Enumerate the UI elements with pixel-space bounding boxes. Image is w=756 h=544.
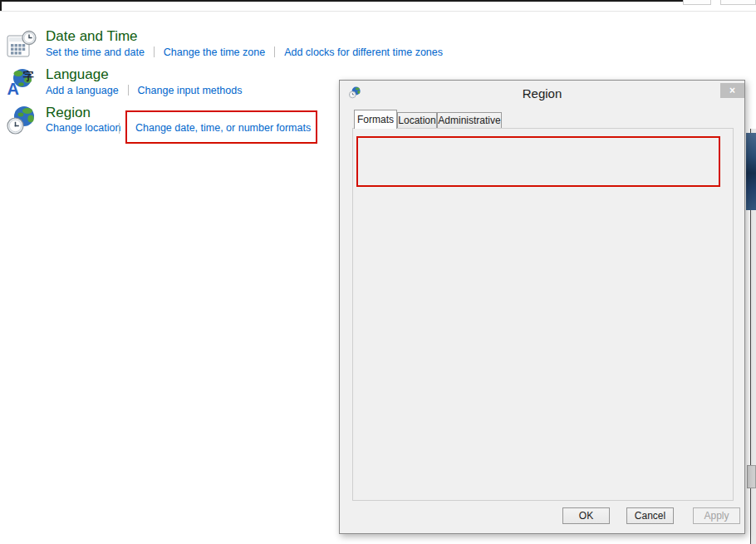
close-button[interactable]: ×: [720, 83, 744, 98]
tab-formats[interactable]: Formats: [354, 110, 397, 129]
link-add-clocks[interactable]: Add clocks for different time zones: [284, 47, 443, 58]
link-change-time-zone[interactable]: Change the time zone: [164, 47, 265, 58]
link-separator: [274, 47, 275, 57]
language-globe-icon: 字 A: [7, 67, 37, 97]
background-window-top-bar: [0, 0, 683, 2]
section-title-date-and-time[interactable]: Date and Time: [46, 28, 138, 45]
ok-button[interactable]: OK: [562, 507, 610, 524]
link-change-input-methods[interactable]: Change input methods: [138, 85, 243, 96]
link-change-location[interactable]: Change location: [46, 122, 120, 134]
link-separator: [119, 123, 120, 134]
tab-administrative[interactable]: Administrative: [437, 112, 502, 128]
formats-tab-page: [352, 128, 734, 501]
link-separator: [128, 85, 129, 96]
dialog-title: Region: [340, 86, 744, 100]
svg-text:A: A: [7, 80, 19, 97]
link-add-a-language[interactable]: Add a language: [46, 85, 119, 96]
background-window-fragment: [683, 0, 711, 5]
toolbar-divider: [0, 11, 756, 12]
background-window-fragment: [746, 133, 756, 210]
globe-clock-icon: [7, 105, 37, 135]
region-dialog: Region × Formats Location Administrative…: [339, 80, 745, 534]
language-task-links: Add a language Change input methods: [46, 84, 242, 96]
section-title-region[interactable]: Region: [46, 105, 91, 121]
apply-button[interactable]: Apply: [693, 507, 740, 524]
svg-text:字: 字: [23, 70, 34, 82]
tab-location[interactable]: Location: [397, 112, 437, 128]
background-window-left-edge: [0, 0, 2, 12]
link-set-time-and-date[interactable]: Set the time and date: [46, 47, 145, 58]
background-scrollbar-thumb[interactable]: [747, 465, 756, 488]
section-title-language[interactable]: Language: [46, 66, 109, 83]
calendar-clock-icon: [7, 29, 37, 59]
link-separator: [154, 47, 155, 57]
link-change-date-time-number-formats[interactable]: Change date, time, or number formats: [135, 122, 311, 134]
background-window-fragment: [720, 0, 756, 5]
date-and-time-task-links: Set the time and date Change the time zo…: [46, 46, 443, 58]
close-x-icon: ×: [729, 86, 735, 96]
cancel-button[interactable]: Cancel: [626, 507, 674, 524]
